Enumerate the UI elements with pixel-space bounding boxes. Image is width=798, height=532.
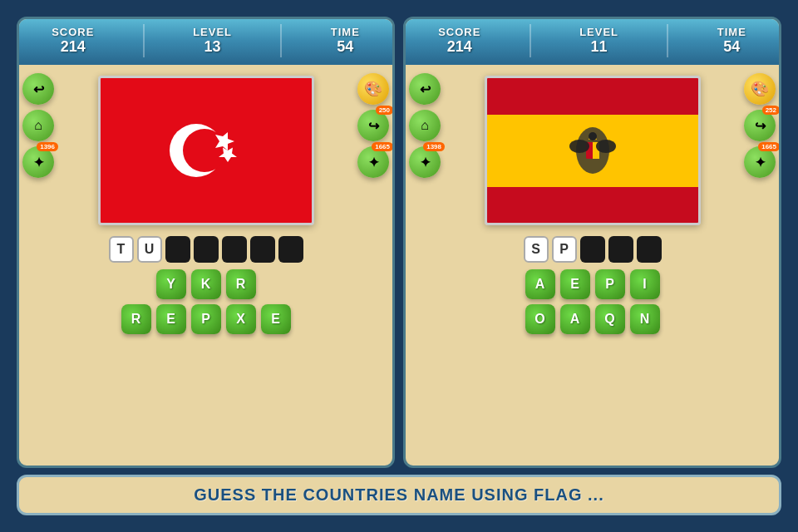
right-btn-A2[interactable]: A [560, 304, 590, 334]
right-letters-grid: A E P I O A Q N [525, 269, 660, 334]
left-btn-P[interactable]: P [191, 304, 221, 334]
right-wand-badge-label: 1398 [423, 142, 445, 151]
right-time-value: 54 [717, 38, 746, 56]
left-panel: SCORE 214 LEVEL 13 TIME 54 ↩ ⌂ [17, 17, 395, 468]
spain-yellow-band [487, 115, 698, 187]
left-250-label: 250 [376, 106, 393, 115]
right-letter-2: P [552, 236, 577, 263]
left-level-box: LEVEL 13 [193, 26, 232, 56]
spain-bottom-red [487, 187, 698, 224]
left-btn-K[interactable]: K [191, 269, 221, 299]
divider1 [143, 24, 145, 57]
divider3 [530, 24, 531, 57]
left-btn-E[interactable]: E [156, 304, 186, 334]
left-letter-1: T [109, 236, 134, 263]
right-btn-N[interactable]: N [630, 304, 660, 334]
right-btn-Q[interactable]: Q [595, 304, 625, 334]
left-btn-R[interactable]: R [226, 269, 256, 299]
bottom-text: GUESS THE COUNTRIES NAME USING FLAG ... [36, 485, 762, 505]
right-btn-A[interactable]: A [525, 269, 555, 299]
spain-flag [487, 78, 698, 223]
right-letters-row2: O A Q N [525, 304, 660, 334]
left-letter-5 [222, 236, 247, 263]
right-home-button[interactable]: ⌂ [409, 110, 441, 141]
right-level-box: LEVEL 11 [579, 26, 618, 56]
left-letter-3 [165, 236, 190, 263]
left-letter-7 [278, 236, 303, 263]
left-letters-grid: Y K R R E P X E [121, 269, 291, 334]
right-252-badge: ↪ 252 [744, 110, 776, 141]
left-letter-2: U [137, 236, 162, 263]
left-letter-6 [250, 236, 275, 263]
right-letter-5 [637, 236, 662, 263]
left-score-box: SCORE 214 [52, 26, 94, 56]
left-wand-badge-label: 1396 [37, 142, 58, 151]
right-btn-E[interactable]: E [560, 269, 590, 299]
right-letters-row1: A E P I [525, 269, 660, 299]
right-header: SCORE 214 LEVEL 11 TIME 54 [406, 19, 779, 65]
right-btn-I[interactable]: I [630, 269, 660, 299]
right-back-button[interactable]: ↩ [409, 73, 441, 105]
right-panel: SCORE 214 LEVEL 11 TIME 54 ↩ ⌂ [403, 17, 781, 468]
divider2 [280, 24, 282, 57]
right-right-buttons: 🎨 ↪ 252 ✦ 1665 [744, 73, 776, 178]
left-1665-label: 1665 [372, 142, 393, 151]
svg-point-10 [569, 140, 589, 153]
left-side-buttons: ↩ ⌂ ✦ 1396 [22, 73, 54, 178]
left-time-box: TIME 54 [331, 26, 360, 56]
right-side-buttons: ↩ ⌂ ✦ 1398 [409, 73, 441, 178]
right-score-value: 214 [438, 38, 480, 56]
left-score-label: SCORE [52, 26, 94, 38]
left-word-row: T U [109, 236, 303, 263]
left-btn-R2[interactable]: R [121, 304, 151, 334]
right-body: ↩ ⌂ ✦ 1398 🎨 ↪ 252 ✦ 166 [406, 65, 779, 466]
right-btn-O[interactable]: O [525, 304, 555, 334]
left-balls-button[interactable]: 🎨 [357, 73, 389, 105]
right-letter-1: S [524, 236, 549, 263]
right-1665-label: 1665 [758, 142, 780, 151]
right-letter-4 [608, 236, 633, 263]
left-flag [98, 76, 314, 225]
right-word-row: S P [524, 236, 662, 263]
left-wand-badge: ✦ 1396 [22, 146, 54, 178]
main-container: SCORE 214 LEVEL 13 TIME 54 ↩ ⌂ [8, 8, 790, 524]
right-time-box: TIME 54 [717, 26, 746, 56]
left-250-badge: ↪ 250 [357, 110, 389, 141]
right-flag [485, 76, 701, 225]
left-btn-E2[interactable]: E [261, 304, 291, 334]
svg-point-2 [183, 129, 226, 172]
left-home-button[interactable]: ⌂ [22, 110, 54, 141]
right-balls-button[interactable]: 🎨 [744, 73, 776, 105]
left-time-label: TIME [331, 26, 360, 38]
svg-point-11 [596, 140, 616, 153]
right-level-value: 11 [579, 38, 618, 56]
left-time-value: 54 [331, 38, 360, 56]
right-1665-badge: ✦ 1665 [744, 146, 776, 178]
right-score-label: SCORE [438, 26, 480, 38]
right-letter-3 [580, 236, 605, 263]
left-letters-row2: R E P X E [121, 304, 291, 334]
right-level-label: LEVEL [579, 26, 618, 38]
left-level-label: LEVEL [193, 26, 232, 38]
left-header: SCORE 214 LEVEL 13 TIME 54 [19, 19, 392, 65]
turkey-flag-svg [123, 88, 289, 213]
right-score-box: SCORE 214 [438, 26, 480, 56]
bottom-banner: GUESS THE COUNTRIES NAME USING FLAG ... [17, 475, 781, 515]
left-letter-4 [194, 236, 219, 263]
right-btn-P[interactable]: P [595, 269, 625, 299]
svg-point-12 [589, 132, 597, 140]
left-btn-X[interactable]: X [226, 304, 256, 334]
spain-top-red [487, 78, 698, 115]
left-back-button[interactable]: ↩ [22, 73, 54, 105]
left-btn-Y[interactable]: Y [156, 269, 186, 299]
left-body: ↩ ⌂ ✦ 1396 🎨 ↪ 250 ✦ 166 [19, 65, 392, 466]
right-time-label: TIME [717, 26, 746, 38]
left-1665-badge: ✦ 1665 [357, 146, 389, 178]
left-right-buttons: 🎨 ↪ 250 ✦ 1665 [357, 73, 389, 178]
right-252-label: 252 [762, 106, 780, 115]
turkey-flag [101, 78, 312, 223]
left-score-value: 214 [52, 38, 94, 56]
spain-eagle-svg [568, 121, 618, 180]
panels-row: SCORE 214 LEVEL 13 TIME 54 ↩ ⌂ [17, 17, 781, 468]
divider4 [667, 24, 668, 57]
